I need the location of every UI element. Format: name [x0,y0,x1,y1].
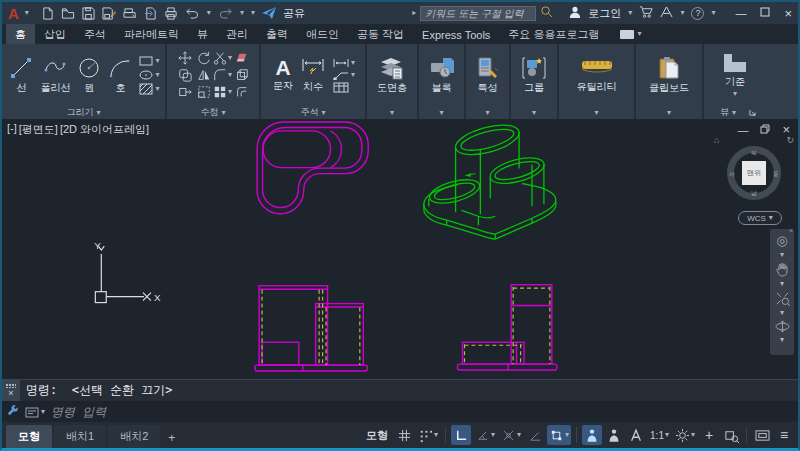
dim-style-button[interactable]: ▾ [333,58,355,68]
panel-utilities-footer[interactable]: ▾ [559,106,634,119]
trim-button[interactable]: ▾ [213,51,232,65]
polyline-button[interactable]: 폴리선 [38,56,72,95]
redo-caret-icon[interactable]: ▾ [240,9,244,17]
arc-button[interactable]: 호 [106,56,134,95]
orbit-caret-icon[interactable]: ▾ [780,336,784,344]
minimize-button[interactable]: — [735,8,746,19]
polar-tracking-toggle[interactable]: ▾ [473,425,497,445]
table-button[interactable] [333,82,355,93]
search-icon[interactable] [540,4,553,22]
scale-button[interactable] [197,85,211,99]
ortho-toggle[interactable] [451,425,471,445]
autodesk-caret-icon[interactable]: ▾ [680,9,684,17]
save-as-icon[interactable] [102,7,116,20]
tab-home[interactable]: 홈 [6,24,35,44]
move-button[interactable] [178,51,192,65]
group-button[interactable]: 그룹 [519,56,549,95]
print-icon[interactable] [164,7,178,20]
command-dock-handle[interactable]: × [2,380,20,401]
rectangle-button[interactable]: ▾ [139,55,159,67]
customization-menu-button[interactable]: ≡ [774,425,794,445]
autocad-logo-icon[interactable]: A [8,6,19,21]
share-label[interactable]: 공유 [283,6,305,21]
isodraft-toggle[interactable] [525,425,545,445]
drawing-minimize-button[interactable]: — [737,124,748,136]
login-caret-icon[interactable]: ▾ [628,9,632,17]
undo-icon[interactable] [185,7,200,19]
clipboard-button[interactable]: 클립보드 [647,56,691,95]
explode-button[interactable] [235,68,249,82]
viewcube-top-face[interactable]: 맨위 [742,161,766,185]
panel-block-footer[interactable]: ▾ [419,106,464,119]
leader-button[interactable]: ▾ [333,70,355,80]
ribbon-options-button[interactable]: ▾ [614,24,647,44]
undo-caret-icon[interactable]: ▾ [207,9,211,17]
dimension-button[interactable]: 치수 [298,57,328,94]
compass-east[interactable]: 동 [773,170,779,179]
annotation-scale-icon[interactable] [626,425,646,445]
fillet-button[interactable]: ▾ [213,68,232,82]
plot-icon[interactable] [123,7,137,20]
drawing-canvas[interactable]: Y X [-] [평면도] [2D 와이어프레임] — × ⌂ ↻ 북 남 동 … [2,119,798,379]
erase-button[interactable] [235,51,249,65]
wcs-button[interactable]: WCS▾ [738,211,782,225]
isolate-objects-button[interactable] [721,425,741,445]
user-icon[interactable] [569,4,581,22]
annotation-visibility-toggle[interactable] [582,425,602,445]
text-button[interactable]: A 문자 [271,57,295,93]
qat-customize-caret-icon[interactable]: ▾ [251,9,255,17]
panel-modify-footer[interactable]: 수정▾ [167,106,259,119]
clean-screen-button[interactable] [752,425,772,445]
viewport-view-control[interactable]: [평면도] [19,122,58,137]
wheel-caret-icon[interactable]: ▾ [780,251,784,259]
layout1-tab[interactable]: 배치1 [54,425,106,448]
open-file-icon[interactable] [61,7,75,20]
panel-layers-footer[interactable]: ▾ [367,106,417,119]
help-icon[interactable]: ? [691,7,704,20]
pan-icon[interactable] [775,262,789,277]
orbit-icon[interactable] [775,320,790,333]
share-icon[interactable] [262,7,276,19]
drawing-restore-button[interactable] [760,124,770,136]
redo-icon[interactable] [218,7,233,19]
grid-toggle[interactable] [394,425,414,445]
array-button[interactable]: ▾ [213,85,232,99]
offset-button[interactable] [235,85,249,99]
panel-group-footer[interactable]: ▾ [511,106,557,119]
zoom-caret-icon[interactable]: ▾ [780,309,784,317]
tab-express-tools[interactable]: Express Tools [413,24,499,44]
rotate-button[interactable] [197,51,211,65]
osnap-toggle[interactable]: ▾ [547,425,571,445]
login-label[interactable]: 로그인 [588,6,621,21]
command-input[interactable] [49,404,798,420]
navbar-close-icon[interactable]: × [789,227,793,234]
ellipse-button[interactable]: ▾ [139,69,159,81]
tab-insert[interactable]: 삽입 [35,24,75,44]
layout2-tab[interactable]: 배치2 [108,425,160,448]
cart-icon[interactable] [639,4,653,22]
osnap-tracking-toggle[interactable]: ▾ [499,425,523,445]
line-button[interactable]: 선 [7,56,35,95]
close-button[interactable]: × [784,7,792,20]
annotation-scale-value[interactable]: 1:1▾ [648,425,671,445]
panel-clipboard-footer[interactable]: ▾ [636,106,702,119]
hatch-button[interactable]: ▾ [139,83,159,95]
compass-west[interactable]: 서 [729,170,735,179]
new-file-icon[interactable] [41,7,54,20]
plus-button[interactable]: + [699,425,719,445]
panel-annotation-footer[interactable]: 주석▾ [261,106,365,119]
recent-commands-icon[interactable]: ▾ [25,407,45,418]
save-icon[interactable] [82,7,95,20]
search-input[interactable] [420,6,536,21]
pan-caret-icon[interactable]: ▾ [780,280,784,288]
autodesk-icon[interactable] [660,4,673,22]
utilities-button[interactable]: 유틸리티 [575,57,619,94]
tab-output[interactable]: 출력 [257,24,297,44]
snap-toggle[interactable]: ▾ [416,425,440,445]
tab-addins[interactable]: 애드인 [297,24,348,44]
maximize-button[interactable] [760,7,770,19]
model-tab[interactable]: 모형 [6,425,52,448]
panel-view-footer[interactable]: 뷰▾ [704,106,798,119]
stretch-button[interactable] [178,85,192,99]
command-close-icon[interactable]: × [8,389,13,398]
